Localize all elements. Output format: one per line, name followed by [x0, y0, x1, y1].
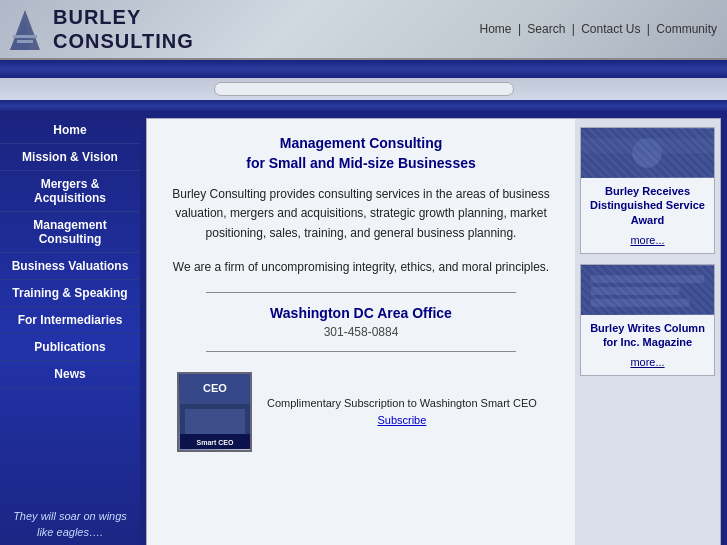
search-bar-area [0, 78, 727, 100]
news-card-award-title: Burley Receives Distinguished Service Aw… [589, 184, 706, 227]
news-card-award-image [581, 128, 714, 178]
nav-home-link[interactable]: Home [480, 22, 512, 36]
news-card-award: Burley Receives Distinguished Service Aw… [580, 127, 715, 254]
dc-office-section: Washington DC Area Office 301-458-0884 [167, 305, 555, 339]
content-area: Management Consulting for Small and Mid-… [146, 118, 721, 545]
svg-text:Smart CEO: Smart CEO [196, 439, 234, 446]
divider-1 [206, 292, 516, 293]
logo-text: Burley Consulting [53, 5, 194, 53]
nav-search-link[interactable]: Search [527, 22, 565, 36]
news-card-column-more-link[interactable]: more... [630, 356, 664, 368]
news-card-award-body: Burley Receives Distinguished Service Aw… [581, 178, 714, 253]
sidebar-item-intermediaries[interactable]: For Intermediaries [0, 307, 140, 334]
nav-community-link[interactable]: Community [656, 22, 717, 36]
sidebar-item-home[interactable]: Home [0, 117, 140, 144]
news-card-column-title: Burley Writes Column for Inc. Magazine [589, 321, 706, 350]
logo-icon [5, 5, 45, 53]
svg-rect-3 [17, 40, 33, 43]
sidebar-item-mergers[interactable]: Mergers & Acquisitions [0, 171, 140, 212]
sidebar-item-news[interactable]: News [0, 361, 140, 388]
nav-contact-link[interactable]: Contact Us [581, 22, 640, 36]
top-bar [0, 60, 727, 78]
sidebar-item-business[interactable]: Business Valuations [0, 253, 140, 280]
sidebar-item-training[interactable]: Training & Speaking [0, 280, 140, 307]
logo-area: Burley Consulting [5, 5, 194, 53]
header: Burley Consulting Home | Search | Contac… [0, 0, 727, 60]
dc-phone: 301-458-0884 [167, 325, 555, 339]
main-body-text: Burley Consulting provides consulting se… [167, 185, 555, 243]
ceo-subscribe-link[interactable]: Subscribe [377, 414, 426, 426]
news-card-column-image [581, 265, 714, 315]
search-bar[interactable] [214, 82, 514, 96]
sidebar-item-mission[interactable]: Mission & Vision [0, 144, 140, 171]
svg-text:CEO: CEO [203, 382, 227, 394]
news-card-award-more-link[interactable]: more... [630, 234, 664, 246]
mid-bar [0, 100, 727, 112]
svg-rect-2 [13, 35, 37, 38]
sidebar-item-publications[interactable]: Publications [0, 334, 140, 361]
sidebar-quote: They will soar on wings like eagles…. [0, 494, 140, 545]
main-layout: Home Mission & Vision Mergers & Acquisit… [0, 112, 727, 545]
svg-rect-6 [185, 409, 245, 434]
dc-office-title: Washington DC Area Office [167, 305, 555, 321]
main-content: Management Consulting for Small and Mid-… [147, 119, 575, 545]
ceo-magazine-image: CEO Smart CEO [177, 372, 252, 452]
news-card-column-body: Burley Writes Column for Inc. Magazine m… [581, 315, 714, 376]
header-nav: Home | Search | Contact Us | Community [480, 22, 717, 36]
main-body-text2: We are a firm of uncompromising integrit… [167, 258, 555, 277]
ceo-section: CEO Smart CEO Complimentary Subscription… [167, 372, 555, 452]
sidebar: Home Mission & Vision Mergers & Acquisit… [0, 112, 140, 545]
ceo-subscription-text: Complimentary Subscription to Washington… [267, 395, 537, 428]
news-card-column: Burley Writes Column for Inc. Magazine m… [580, 264, 715, 377]
sidebar-item-management[interactable]: Management Consulting [0, 212, 140, 253]
divider-2 [206, 351, 516, 352]
right-panel: Burley Receives Distinguished Service Aw… [575, 119, 720, 545]
main-title: Management Consulting for Small and Mid-… [167, 134, 555, 173]
